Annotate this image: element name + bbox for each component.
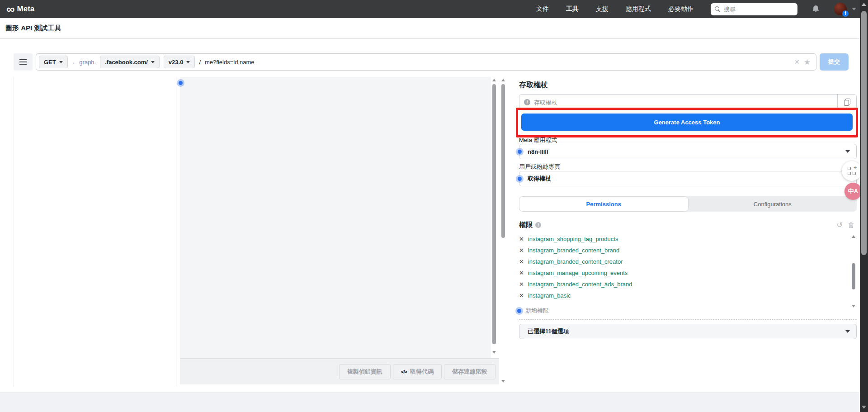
search-input[interactable] <box>724 6 793 13</box>
remove-permission-icon[interactable]: ✕ <box>519 247 524 253</box>
tab-configurations[interactable]: Configurations <box>689 196 857 212</box>
url-bar: GET ← graph. .facebook.com/ v23.0 / me?f… <box>36 53 816 71</box>
meta-infinity-icon: ∞ <box>6 5 15 14</box>
scroll-down-arrow-icon[interactable] <box>862 406 866 409</box>
path-separator: / <box>199 59 201 66</box>
info-icon: i <box>524 99 530 105</box>
translate-marker-dot-icon <box>179 81 183 85</box>
get-code-button[interactable]: </> 取得代碼 <box>393 364 442 379</box>
nav-item-required-actions[interactable]: 必要動作 <box>668 5 693 13</box>
page-scrollbar[interactable] <box>860 0 868 412</box>
page-footer <box>0 393 868 412</box>
access-token-panel: 存取權杖 i Generate Access Token Meta 應用程式 n… <box>519 77 857 366</box>
version-value: v23.0 <box>169 59 184 66</box>
profile-avatar[interactable]: f <box>834 3 847 15</box>
translate-marker-dot-icon <box>518 177 522 181</box>
remove-permission-icon[interactable]: ✕ <box>519 293 524 298</box>
response-scrollbar[interactable] <box>491 77 497 358</box>
notifications-button[interactable] <box>812 5 820 13</box>
access-token-input[interactable] <box>534 99 833 106</box>
scroll-up-arrow-icon[interactable] <box>862 3 866 6</box>
translate-icon: 中A <box>848 187 858 195</box>
request-bar: GET ← graph. .facebook.com/ v23.0 / me?f… <box>14 53 849 71</box>
access-token-field-wrap: i <box>519 95 837 110</box>
undo-icon[interactable]: ↺ <box>837 222 843 229</box>
panel-scrollbar[interactable] <box>500 77 506 385</box>
add-permission-label: 新增權限 <box>525 307 549 315</box>
host-value: .facebook.com/ <box>105 59 148 66</box>
tab-permissions[interactable]: Permissions <box>519 196 689 212</box>
permissions-list: ✕ instagram_shopping_tag_products ✕ inst… <box>519 233 857 301</box>
get-code-label: 取得代碼 <box>410 368 434 376</box>
access-token-heading: 存取權杖 <box>519 81 857 90</box>
chevron-down-icon <box>186 61 190 63</box>
permission-row: ✕ instagram_branded_content_creator <box>519 256 857 267</box>
chevron-down-icon <box>845 150 850 153</box>
remove-permission-icon[interactable]: ✕ <box>519 270 524 276</box>
nav-item-docs[interactable]: 文件 <box>536 5 549 13</box>
permissions-heading: 權限 <box>519 221 533 229</box>
version-dropdown[interactable]: v23.0 <box>164 56 195 68</box>
translate-marker-dot-icon <box>518 150 522 154</box>
bell-icon <box>812 5 820 13</box>
save-session-button[interactable]: 儲存連線階段 <box>444 364 495 379</box>
star-icon[interactable]: ★ <box>804 57 811 67</box>
selected-permissions-value: 已選擇11個選項 <box>528 327 569 336</box>
method-dropdown[interactable]: GET <box>39 56 68 68</box>
title-bar: 圖形 API 測試工具 <box>0 18 868 39</box>
brand-label: Meta <box>17 5 35 14</box>
permission-row: ✕ instagram_branded_content_ads_brand <box>519 279 857 290</box>
meta-app-label: Meta 應用程式 <box>519 136 857 144</box>
extension-apps-widget[interactable]: + <box>842 161 862 181</box>
permissions-scrollbar[interactable] <box>851 235 856 308</box>
meta-app-dropdown[interactable]: n8n-lllll <box>519 144 857 159</box>
trash-icon[interactable] <box>848 222 854 228</box>
user-or-page-label: 用戶或粉絲專頁 <box>519 163 857 171</box>
request-path-field[interactable]: me?fields=id,name <box>205 59 254 66</box>
top-navbar: ∞ Meta 文件 工具 支援 應用程式 必要動作 f <box>0 0 868 18</box>
info-icon: i <box>535 222 541 228</box>
response-scrollbar-thumb[interactable] <box>492 84 496 344</box>
remove-permission-icon[interactable]: ✕ <box>519 236 524 242</box>
scroll-up-arrow-icon[interactable] <box>492 79 496 81</box>
scroll-down-arrow-icon[interactable] <box>492 351 496 354</box>
nav-item-tools[interactable]: 工具 <box>566 5 579 13</box>
permission-name: instagram_branded_content_creator <box>528 258 623 265</box>
submit-button[interactable]: 提交 <box>820 53 849 71</box>
clear-icon[interactable]: ✕ <box>794 58 800 66</box>
meta-logo[interactable]: ∞ Meta <box>6 5 34 14</box>
page-title: 圖形 API 測試工具 <box>5 24 61 33</box>
scroll-up-arrow-icon[interactable] <box>852 235 855 238</box>
scroll-up-arrow-icon[interactable] <box>501 79 505 81</box>
permission-row: ✕ instagram_manage_upcoming_events <box>519 267 857 279</box>
user-token-value: 取得權杖 <box>528 175 551 183</box>
meta-app-value: n8n-lllll <box>528 148 548 155</box>
graph-host-link[interactable]: ← graph. <box>72 59 96 66</box>
menu-button[interactable] <box>14 53 33 71</box>
add-permission-link[interactable]: 新增權限 <box>519 307 857 315</box>
page-scrollbar-thumb[interactable] <box>861 11 867 255</box>
copy-debug-info-button[interactable]: 複製偵錯資訊 <box>339 364 391 379</box>
code-icon: </> <box>401 369 407 374</box>
permission-row: ✕ instagram_shopping_tag_products <box>519 233 857 245</box>
scroll-down-arrow-icon[interactable] <box>501 380 505 383</box>
translate-marker-dot-icon <box>517 309 521 313</box>
translate-widget[interactable]: 中A <box>844 183 862 200</box>
remove-permission-icon[interactable]: ✕ <box>519 259 524 265</box>
panel-scrollbar-thumb[interactable] <box>501 84 505 238</box>
remove-permission-icon[interactable]: ✕ <box>519 281 524 287</box>
selected-permissions-dropdown[interactable]: 已選擇11個選項 <box>519 324 857 339</box>
facebook-badge-icon: f <box>842 10 849 17</box>
generate-access-token-button[interactable]: Generate Access Token <box>521 114 853 131</box>
user-token-dropdown[interactable]: 取得權杖 <box>519 171 857 186</box>
copy-token-button[interactable] <box>837 95 856 110</box>
nav-item-support[interactable]: 支援 <box>596 5 609 13</box>
host-dropdown[interactable]: .facebook.com/ <box>100 56 160 68</box>
navbar-search[interactable] <box>711 3 797 15</box>
permissions-scrollbar-thumb[interactable] <box>852 263 855 289</box>
profile-chevron-down-icon[interactable] <box>852 8 856 10</box>
method-value: GET <box>44 59 56 66</box>
dashed-divider <box>519 319 857 320</box>
response-footer: 複製偵錯資訊 </> 取得代碼 儲存連線階段 <box>180 358 499 384</box>
nav-item-apps[interactable]: 應用程式 <box>626 5 651 13</box>
